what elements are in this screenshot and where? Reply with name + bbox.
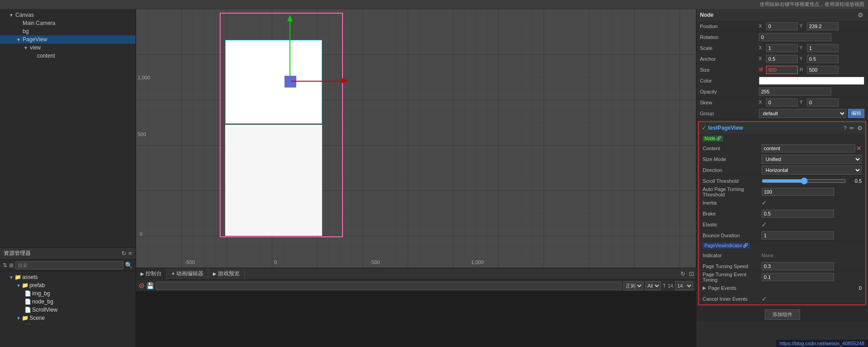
hierarchy-panel: ▼ Canvas Main Camera bg [0, 9, 136, 247]
tree-item-bg[interactable]: bg [0, 27, 135, 35]
tree-item-content[interactable]: content [0, 52, 135, 60]
asset-menu-button[interactable]: ≡ [128, 250, 132, 257]
console-clear-button[interactable]: ⊘ [139, 281, 145, 290]
tree-label-main-camera: Main Camera [23, 20, 134, 26]
elastic-checkbox[interactable]: ✓ [762, 221, 767, 228]
node-section-title: Node [700, 12, 857, 18]
cancel-inner-row: Cancel Inner Events ✓ [699, 293, 865, 304]
tree-arrow-canvas: ▼ [9, 13, 15, 18]
console-tabs: ▶ 控制台 ✦ 动画编辑器 ▶ 游戏预览 ↻ ⊡ [136, 268, 696, 280]
tab-game-preview[interactable]: ▶ 游戏预览 [208, 268, 245, 280]
console-font-size: 14 [668, 283, 673, 288]
content-value: ✕ [762, 144, 862, 152]
size-mode-select[interactable]: Unified [762, 155, 862, 164]
component-settings-button[interactable]: ⚙ [857, 125, 863, 132]
console-refresh-btn[interactable]: ↻ [679, 270, 687, 277]
asset-search-icon-button[interactable]: 🔍 [125, 262, 133, 269]
anchor-x-label: X [759, 56, 764, 61]
color-value [759, 77, 864, 85]
node-settings-button[interactable]: ⚙ [857, 11, 864, 19]
group-edit-button[interactable]: 编辑 [848, 109, 864, 118]
cancel-inner-value: ✓ [762, 295, 862, 303]
console-mode-select[interactable]: 正则 [623, 281, 643, 290]
content-clear-button[interactable]: ✕ [856, 145, 862, 152]
size-w-input[interactable] [766, 66, 798, 74]
console-detach-btn[interactable]: ⊡ [687, 270, 696, 277]
skew-y-input[interactable] [807, 98, 839, 107]
cancel-inner-checkbox[interactable]: ✓ [762, 295, 767, 303]
position-x-input[interactable] [766, 22, 798, 30]
scale-y-input[interactable] [807, 44, 839, 52]
asset-item-assets[interactable]: ▼ 📁 assets [0, 273, 135, 281]
tree-item-view[interactable]: ▼ view [0, 44, 135, 52]
tree-label-view: view [30, 44, 134, 51]
component-help-button[interactable]: ? [844, 125, 847, 132]
opacity-input[interactable] [759, 88, 831, 96]
asset-manager-header: 资源管理器 ↻ ≡ [0, 248, 135, 259]
asset-item-node-bg[interactable]: 📄 node_bg [0, 298, 135, 306]
asset-filter-button[interactable]: ⊞ [9, 262, 14, 269]
console-filter-select[interactable]: All [645, 281, 661, 290]
scroll-threshold-slider[interactable] [762, 177, 846, 185]
tree-item-canvas[interactable]: ▼ Canvas [0, 11, 135, 19]
asset-search-input[interactable] [15, 261, 123, 269]
anchor-y-input[interactable] [807, 55, 839, 63]
asset-item-scrollview[interactable]: 📄 ScrollView [0, 306, 135, 314]
rotation-input[interactable] [759, 33, 831, 41]
animation-tab-icon: ✦ [171, 271, 175, 276]
content-label: Content [703, 146, 762, 151]
page-turning-speed-value [762, 262, 862, 270]
direction-value: Horizontal [762, 166, 862, 175]
asset-label-node-bg: node_bg [32, 298, 134, 305]
node-badge-row: Node 🔗 [699, 134, 865, 143]
elastic-value: ✓ [762, 221, 862, 228]
size-h-input[interactable] [807, 66, 839, 74]
scale-x-input[interactable] [766, 44, 798, 52]
tree-item-pageview[interactable]: ▼ PageView [0, 35, 135, 44]
asset-label-assets: assets [22, 274, 134, 280]
size-row: Size W H [696, 64, 868, 75]
content-input[interactable] [762, 144, 855, 152]
group-value: default 编辑 [759, 109, 864, 118]
tab-animation[interactable]: ✦ 动画编辑器 [167, 268, 208, 280]
brake-label: Brake [703, 211, 762, 216]
console-tab-label: 控制台 [145, 270, 162, 278]
skew-x-input[interactable] [766, 98, 798, 107]
hint-text: 使用鼠标右键平移视窗焦点，使用滚轮缩放视图 [760, 1, 864, 7]
inertia-checkbox[interactable]: ✓ [762, 199, 767, 206]
tab-console[interactable]: ▶ 控制台 [136, 268, 167, 280]
brake-row: Brake [699, 208, 865, 219]
color-swatch[interactable] [759, 77, 864, 85]
brake-input[interactable] [762, 210, 834, 218]
ruler-bottom-1000: 1,000 [471, 259, 484, 265]
auto-page-input[interactable] [762, 188, 834, 196]
bounce-input[interactable] [762, 231, 834, 239]
elastic-label: Elastic [703, 222, 762, 227]
anchor-x-input[interactable] [766, 55, 798, 63]
y-axis-arrow [287, 15, 293, 21]
add-component-button[interactable]: 添加组件 [765, 309, 800, 320]
scale-value: X Y [759, 44, 864, 52]
scale-row: Scale X Y [696, 43, 868, 54]
asset-refresh-button[interactable]: ↻ [121, 250, 126, 257]
console-size-select[interactable]: 14 [675, 281, 693, 290]
node-section: Node ⚙ Position X Y [696, 9, 868, 119]
group-select[interactable]: default [759, 109, 846, 118]
asset-item-prefab[interactable]: ▼ 📁 prefab [0, 281, 135, 289]
page-turning-event-input[interactable] [762, 273, 834, 281]
component-edit-button[interactable]: ✏ [849, 125, 854, 132]
scene-view[interactable]: 1,000 500 0 -500 0 500 1,000 [136, 9, 696, 268]
page-turning-speed-input[interactable] [762, 262, 834, 270]
asset-item-capture[interactable]: 📁 capture [0, 322, 135, 324]
anchor-value: X Y [759, 55, 864, 63]
asset-label-scrollview: ScrollView [32, 307, 134, 313]
console-save-button[interactable]: 💾 [146, 282, 154, 289]
asset-item-scene[interactable]: ▼ 📁 Scene [0, 314, 135, 322]
ruler-bottom-500: 500 [371, 259, 380, 265]
direction-select[interactable]: Horizontal [762, 166, 862, 175]
asset-item-img-bg[interactable]: 📄 img_bg [0, 289, 135, 298]
console-filter-input[interactable] [156, 282, 622, 290]
asset-sort-button[interactable]: ⇅ [3, 262, 7, 269]
position-y-input[interactable] [807, 22, 839, 30]
tree-item-main-camera[interactable]: Main Camera [0, 19, 135, 27]
